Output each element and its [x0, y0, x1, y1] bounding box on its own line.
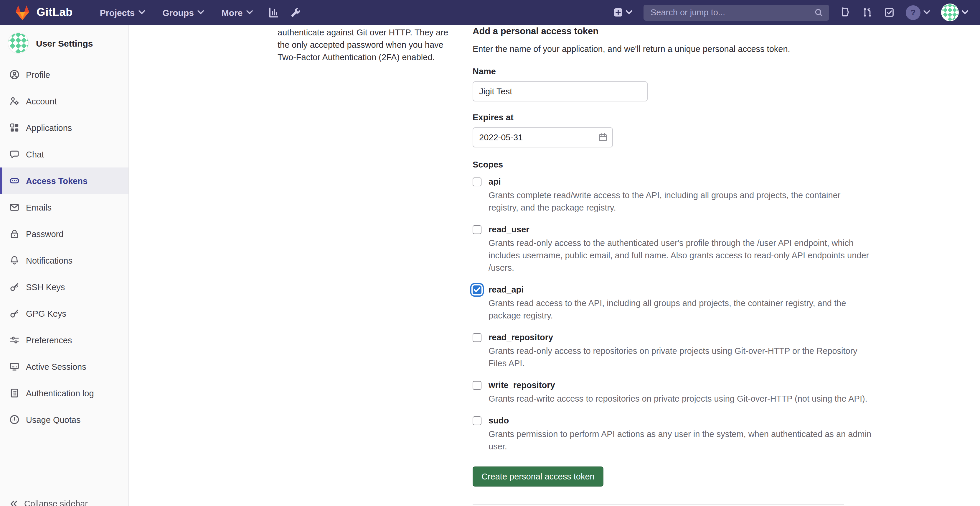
scope-read-user-checkbox[interactable]: [473, 225, 482, 234]
help-dropdown[interactable]: ?: [906, 5, 930, 20]
navbar-right-group: ?: [614, 3, 968, 21]
scope-sudo: sudo Grants permission to perform API ac…: [473, 415, 873, 453]
settings-sidebar: User Settings Profile: [0, 25, 129, 506]
log-icon: [10, 388, 19, 398]
create-token-button[interactable]: Create personal access token: [473, 466, 603, 487]
chat-icon: [10, 149, 19, 159]
expires-at-input[interactable]: [473, 128, 613, 147]
form-heading: Add a personal access token: [473, 26, 873, 37]
key-icon: [10, 282, 19, 292]
nav-more[interactable]: More: [221, 7, 253, 18]
collapse-sidebar-button[interactable]: Collapse sidebar: [0, 491, 129, 506]
chevron-down-icon: [197, 10, 204, 15]
token-icon: [10, 176, 19, 186]
scope-read-api-label[interactable]: read_api: [488, 284, 872, 295]
admin-wrench-icon[interactable]: [290, 7, 301, 18]
main-content: authenticate against Git over HTTP. They…: [129, 25, 980, 506]
account-icon: [10, 96, 19, 106]
todos-icon[interactable]: [884, 7, 894, 18]
question-icon: ?: [906, 5, 921, 20]
gitlab-tanuki-logo-icon: [14, 5, 31, 20]
issues-icon[interactable]: [840, 7, 851, 18]
sidebar-item-gpg-keys[interactable]: GPG Keys: [0, 300, 129, 327]
new-item-dropdown[interactable]: [614, 8, 632, 17]
scope-sudo-description: Grants permission to perform API actions…: [488, 428, 872, 453]
sidebar-item-notifications[interactable]: Notifications: [0, 247, 129, 274]
search-input[interactable]: [649, 7, 810, 18]
nav-projects[interactable]: Projects: [100, 7, 145, 18]
sidebar-item-ssh-keys[interactable]: SSH Keys: [0, 274, 129, 300]
scope-write-repository-checkbox-wrap: [473, 381, 482, 390]
scope-read-repository-checkbox[interactable]: [473, 333, 482, 342]
scope-read-api: read_api Grants read access to the API, …: [473, 284, 873, 322]
global-search: [644, 5, 829, 20]
page-title: User Settings: [36, 38, 93, 48]
sidebar-item-usage-quotas[interactable]: Usage Quotas: [0, 406, 129, 433]
section-divider: [473, 504, 844, 505]
scope-api-description: Grants complete read/write access to the…: [488, 189, 872, 214]
scope-write-repository-checkbox[interactable]: [473, 381, 482, 390]
applications-icon: [10, 123, 19, 133]
scope-sudo-checkbox-wrap: [473, 417, 482, 425]
add-token-form: Add a personal access token Enter the na…: [473, 25, 873, 505]
scope-api-checkbox-wrap: [473, 177, 482, 186]
sidebar-item-preferences[interactable]: Preferences: [0, 327, 129, 353]
merge-requests-icon[interactable]: [862, 7, 873, 18]
scope-write-repository-description: Grants read-write access to repositories…: [488, 393, 867, 405]
avatar: [8, 32, 29, 54]
scope-read-user-description: Grants read-only access to the authentic…: [488, 237, 872, 274]
scope-sudo-checkbox[interactable]: [473, 417, 482, 425]
scope-write-repository-label[interactable]: write_repository: [488, 380, 867, 391]
search-icon: [815, 8, 823, 17]
sidebar-item-active-sessions[interactable]: Active Sessions: [0, 353, 129, 380]
sidebar-header: User Settings: [0, 25, 129, 54]
scope-read-api-description: Grants read access to the API, including…: [488, 297, 872, 322]
sidebar-nav: Profile Account: [0, 61, 129, 433]
chevron-down-icon: [962, 10, 968, 15]
sidebar-item-applications[interactable]: Applications: [0, 114, 129, 141]
name-label: Name: [473, 67, 873, 76]
primary-nav: Projects Groups More: [100, 7, 253, 18]
sidebar-item-account[interactable]: Account: [0, 88, 129, 114]
analytics-chart-icon[interactable]: [268, 7, 279, 18]
brand-wordmark: GitLab: [37, 6, 73, 19]
scope-write-repository: write_repository Grants read-write acces…: [473, 380, 873, 405]
email-icon: [10, 202, 19, 212]
expires-at-label: Expires at: [473, 113, 873, 122]
scope-read-api-checkbox[interactable]: [473, 286, 482, 294]
chevron-down-icon: [138, 10, 145, 15]
monitor-icon: [10, 362, 19, 372]
top-navbar: GitLab Projects Groups More: [0, 0, 980, 25]
scope-read-repository-description: Grants read-only access to repositories …: [488, 345, 872, 370]
expires-at-field: [473, 128, 613, 147]
scope-read-user-label[interactable]: read_user: [488, 224, 872, 235]
nav-groups[interactable]: Groups: [162, 7, 204, 18]
sidebar-item-access-tokens[interactable]: Access Tokens: [0, 168, 129, 194]
sidebar-item-emails[interactable]: Emails: [0, 194, 129, 220]
key-icon: [10, 308, 19, 318]
scope-read-user-checkbox-wrap: [473, 225, 482, 234]
scope-read-api-checkbox-wrap: [473, 286, 482, 294]
scope-api-checkbox[interactable]: [473, 177, 482, 186]
sidebar-item-password[interactable]: Password: [0, 220, 129, 247]
user-menu-dropdown[interactable]: [941, 3, 968, 21]
chevron-down-icon: [246, 10, 253, 15]
gitlab-home-link[interactable]: GitLab: [14, 5, 73, 20]
scope-sudo-label[interactable]: sudo: [488, 415, 872, 426]
sidebar-item-chat[interactable]: Chat: [0, 141, 129, 168]
scope-read-user: read_user Grants read-only access to the…: [473, 224, 873, 274]
chevron-down-icon: [626, 10, 632, 15]
double-chevron-left-icon: [10, 500, 18, 506]
scope-api-label[interactable]: api: [488, 176, 872, 188]
plus-square-icon: [614, 8, 623, 17]
avatar: [941, 3, 959, 21]
gauge-icon: [10, 415, 19, 425]
sidebar-item-authentication-log[interactable]: Authentication log: [0, 380, 129, 406]
sliders-icon: [10, 335, 19, 345]
lock-icon: [10, 229, 19, 239]
scope-read-repository-label[interactable]: read_repository: [488, 332, 872, 343]
scope-api: api Grants complete read/write access to…: [473, 176, 873, 214]
sidebar-item-profile[interactable]: Profile: [0, 61, 129, 88]
token-name-input[interactable]: [473, 81, 648, 101]
gitlab-access-tokens-page: GitLab Projects Groups More: [0, 0, 980, 506]
